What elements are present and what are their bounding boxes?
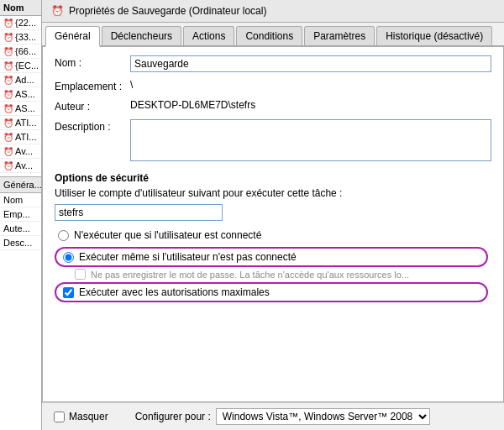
clock-icon: ⏰: [3, 61, 13, 71]
form-row-emplacement: Emplacement : \: [55, 79, 491, 92]
dialog-title-icon: ⏰: [50, 4, 64, 18]
bottom-bar: Masquer Configurer pour : Windows Vista™…: [42, 402, 504, 430]
radio-not-connected[interactable]: [58, 230, 69, 241]
tab-g-n-ral[interactable]: Général: [45, 26, 100, 47]
radio-label-2: Exécuter même si l'utilisateur n'est pas…: [79, 251, 297, 263]
sidebar-bottom-label: Desc...: [3, 238, 32, 248]
checkbox-row-max[interactable]: Exécuter avec les autorisations maximale…: [63, 286, 480, 298]
tab-bar: GénéralDéclencheursActionsConditionsPara…: [42, 23, 504, 47]
sidebar-item-label: AS...: [15, 89, 35, 99]
sidebar-item-label: Ad...: [15, 75, 34, 85]
sidebar-bottom-header: Généra...: [0, 176, 41, 193]
clock-icon: ⏰: [3, 118, 13, 128]
description-textarea[interactable]: [130, 119, 491, 161]
sidebar-item[interactable]: ⏰{EC...: [0, 59, 41, 73]
security-title: Options de sécurité: [55, 172, 491, 184]
sidebar-item[interactable]: ⏰{22...: [0, 16, 41, 30]
checkbox-max-privileges[interactable]: [63, 287, 74, 298]
emplacement-value: \: [130, 79, 491, 91]
checkbox-max-label: Exécuter avec les autorisations maximale…: [79, 286, 270, 298]
clock-icon: ⏰: [3, 90, 13, 99]
configure-select[interactable]: Windows Vista™, Windows Server™ 2008: [216, 408, 430, 425]
sidebar-bottom: Généra... NomEmp...Aute...Desc...: [0, 176, 41, 250]
description-label: Description :: [55, 119, 130, 133]
sidebar-bottom-label: Nom: [3, 195, 23, 205]
tab-d-clencheurs[interactable]: Déclencheurs: [102, 26, 181, 45]
sidebar-bottom-item: Emp...: [0, 207, 41, 222]
clock-icon: ⏰: [3, 76, 13, 85]
form-row-nom: Nom :: [55, 55, 491, 72]
sub-checkbox-label: Ne pas enregistrer le mot de passe. La t…: [91, 270, 409, 280]
clock-icon: ⏰: [3, 147, 13, 156]
sidebar-item-label: {22...: [15, 18, 36, 28]
user-input-row: [55, 204, 491, 221]
radio-label-1: N'exécuter que si l'utilisateur est conn…: [74, 229, 261, 241]
form-content: Nom : Emplacement : \ Auteur : DESKTOP-D…: [42, 47, 504, 402]
sidebar-item-label: AS...: [15, 103, 35, 113]
checkbox-masquer[interactable]: [54, 412, 65, 422]
auteur-label: Auteur :: [55, 99, 130, 113]
sidebar-item[interactable]: ⏰Av...: [0, 144, 41, 159]
tab-historique--d-sactiv--[interactable]: Historique (désactivé): [376, 26, 492, 45]
sidebar-item-label: {EC...: [15, 60, 38, 71]
sidebar-header: Nom: [0, 0, 41, 16]
sidebar-item-label: {33...: [15, 32, 36, 42]
sidebar-item-label: Av...: [15, 146, 33, 156]
sidebar-item[interactable]: ⏰AS...: [0, 87, 41, 102]
dialog-title-text: Propriétés de Sauvegarde (Ordinateur loc…: [69, 5, 266, 17]
dialog-titlebar: ⏰ Propriétés de Sauvegarde (Ordinateur l…: [42, 0, 504, 23]
sidebar-bottom-item: Nom: [0, 193, 41, 207]
security-desc: Utiliser le compte d'utilisateur suivant…: [55, 187, 491, 199]
outer-window: Nom ⏰{22...⏰{33...⏰{66...⏰{EC...⏰Ad...⏰A…: [0, 0, 504, 430]
clock-icon: ⏰: [3, 47, 13, 56]
nom-input[interactable]: [130, 55, 491, 72]
radio-row-1[interactable]: N'exécuter que si l'utilisateur est conn…: [55, 228, 491, 243]
tab-conditions[interactable]: Conditions: [236, 26, 302, 45]
sidebar: Nom ⏰{22...⏰{33...⏰{66...⏰{EC...⏰Ad...⏰A…: [0, 0, 42, 430]
clock-icon: ⏰: [3, 18, 13, 28]
sidebar-item[interactable]: ⏰{33...: [0, 30, 41, 45]
main-panel: ⏰ Propriétés de Sauvegarde (Ordinateur l…: [42, 0, 504, 430]
clock-icon: ⏰: [3, 33, 13, 42]
sidebar-item[interactable]: ⏰Av...: [0, 159, 41, 173]
sub-checkbox-row[interactable]: Ne pas enregistrer le mot de passe. La t…: [75, 269, 491, 280]
sidebar-item-label: ATI...: [15, 118, 36, 128]
configure-label: Configurer pour :: [135, 411, 211, 422]
user-input[interactable]: [55, 204, 223, 221]
tab-actions[interactable]: Actions: [183, 26, 234, 45]
sidebar-item[interactable]: ⏰Ad...: [0, 73, 41, 87]
nom-label: Nom :: [55, 55, 130, 69]
clock-icon: ⏰: [3, 104, 13, 113]
form-row-auteur: Auteur : DESKTOP-DL6ME7D\stefrs: [55, 99, 491, 113]
sub-checkbox[interactable]: [75, 269, 86, 280]
sidebar-bottom-label: Emp...: [3, 209, 30, 219]
sidebar-item[interactable]: ⏰ATI...: [0, 116, 41, 130]
emplacement-label: Emplacement :: [55, 79, 130, 92]
masquer-label: Masquer: [69, 411, 108, 422]
radio-row-2[interactable]: Exécuter même si l'utilisateur n'est pas…: [63, 251, 480, 263]
sidebar-item-label: ATI...: [15, 132, 36, 142]
sidebar-item-label: {66...: [15, 46, 36, 56]
sidebar-items-list: ⏰{22...⏰{33...⏰{66...⏰{EC...⏰Ad...⏰AS...…: [0, 16, 41, 173]
sidebar-item[interactable]: ⏰AS...: [0, 102, 41, 116]
clock-icon: ⏰: [3, 133, 13, 142]
tab-param-tres[interactable]: Paramètres: [304, 26, 375, 45]
sidebar-bottom-item: Desc...: [0, 236, 41, 250]
sidebar-item[interactable]: ⏰{66...: [0, 45, 41, 59]
sidebar-bottom-item: Aute...: [0, 222, 41, 236]
sidebar-item-label: Av...: [15, 160, 33, 170]
tab-list: GénéralDéclencheursActionsConditionsPara…: [45, 26, 494, 45]
bottom-checkbox-row[interactable]: Masquer: [54, 411, 108, 422]
form-row-description: Description :: [55, 119, 491, 164]
sidebar-bottom-items: NomEmp...Aute...Desc...: [0, 193, 41, 250]
clock-icon: ⏰: [3, 161, 13, 170]
auteur-value: DESKTOP-DL6ME7D\stefrs: [130, 99, 491, 111]
sidebar-bottom-label: Aute...: [3, 223, 30, 233]
radio-even-not-connected[interactable]: [63, 252, 74, 263]
sidebar-item[interactable]: ⏰ATI...: [0, 130, 41, 144]
